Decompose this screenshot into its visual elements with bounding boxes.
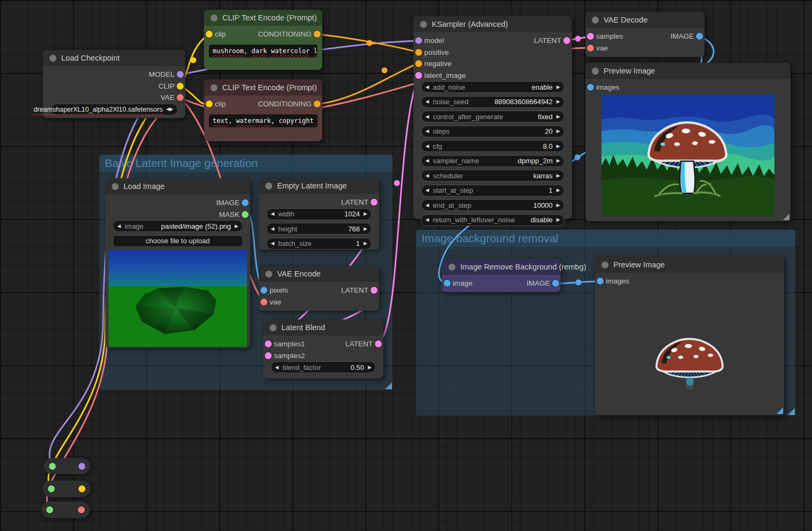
end_at_step-increment-arrow[interactable]: ▶ (556, 203, 560, 208)
reroute-vae-collapsed-node[interactable] (41, 501, 90, 518)
ksampler-return_with_leftover_noise-widget[interactable]: ◀return_with_leftover_noisedisable▶ (421, 214, 564, 226)
vae-decode-collapse-dot[interactable] (592, 17, 599, 24)
reroute-vae-collapsed-input-dot[interactable] (46, 506, 53, 513)
rembg-collapse-dot[interactable] (448, 264, 455, 271)
preview-image-2-collapse-dot[interactable] (601, 261, 608, 268)
return_with_leftover_noise-decrement-arrow[interactable]: ◀ (425, 217, 429, 222)
reroute-model-collapsed-node[interactable] (44, 458, 90, 474)
rembg-node[interactable]: Image Remove Background (rembg)imageIMAG… (442, 259, 561, 292)
load-checkpoint-ckpt_name-widget[interactable]: ◀dreamshaperXL10_alpha2Xl10.safetensors▶ (50, 104, 178, 115)
ckpt_name-increment-arrow[interactable]: ▶ (170, 107, 173, 112)
blend_factor-increment-arrow[interactable]: ▶ (368, 365, 372, 370)
load-checkpoint-node[interactable]: Load CheckpointMODELCLIPVAE◀dreamshaperX… (43, 50, 185, 118)
cfg-increment-arrow[interactable]: ▶ (556, 144, 560, 149)
vae-decode-output-IMAGE-slot[interactable] (696, 33, 703, 40)
latent-blend-blend_factor-widget[interactable]: ◀blend_factor0.50▶ (271, 361, 376, 373)
sampler_name-increment-arrow[interactable]: ▶ (556, 158, 560, 163)
steps-increment-arrow[interactable]: ▶ (556, 129, 560, 134)
load-image-output-IMAGE-slot[interactable] (242, 199, 249, 206)
vae-encode-collapse-dot[interactable] (265, 271, 272, 278)
cfg-decrement-arrow[interactable]: ◀ (425, 144, 429, 149)
vae-decode-input-samples-slot[interactable] (587, 33, 594, 40)
return_with_leftover_noise-increment-arrow[interactable]: ▶ (556, 217, 560, 222)
load-checkpoint-output-VAE-slot[interactable] (177, 94, 184, 101)
empty-latent-node[interactable]: Empty Latent ImageLATENT◀width1024▶◀heig… (259, 178, 379, 250)
vae-encode-output-LATENT-slot[interactable] (371, 287, 378, 294)
load-image-title-bar[interactable]: Load Image (105, 178, 250, 194)
clip-positive-collapse-dot[interactable] (211, 14, 218, 21)
scheduler-increment-arrow[interactable]: ▶ (556, 173, 560, 178)
vae-encode-input-pixels-slot[interactable] (260, 287, 267, 294)
rembg-input-image-slot[interactable] (444, 280, 451, 287)
load-image-node[interactable]: Load ImageIMAGEMASK◀imagepasted/image (5… (105, 178, 250, 348)
ksampler-input-model-slot[interactable] (415, 37, 422, 44)
clip-negative-input-clip-slot[interactable] (206, 100, 213, 107)
height-increment-arrow[interactable]: ▶ (364, 227, 367, 231)
vae-encode-input-vae-slot[interactable] (260, 299, 267, 305)
clip-negative-prompt-textarea[interactable]: text, watermark, copyright (209, 114, 317, 127)
reroute-clip-collapsed-input-dot[interactable] (48, 485, 55, 492)
steps-decrement-arrow[interactable]: ◀ (425, 129, 429, 134)
ksampler-sampler_name-widget[interactable]: ◀sampler_namedpmpp_2m▶ (421, 155, 564, 167)
reroute-clip-collapsed-node[interactable] (43, 481, 90, 497)
empty-latent-collapse-dot[interactable] (265, 183, 272, 190)
empty-latent-output-LATENT-slot[interactable] (371, 199, 378, 206)
clip-negative-output-CONDITIONING-slot[interactable] (314, 100, 321, 107)
ksampler-input-negative-slot[interactable] (415, 60, 422, 67)
reroute-clip-output-dot[interactable] (78, 485, 85, 492)
noise_seed-decrement-arrow[interactable]: ◀ (425, 99, 429, 104)
preview-image-1-collapse-dot[interactable] (592, 68, 599, 75)
vae-decode-input-vae-slot[interactable] (587, 45, 594, 52)
empty-latent-title-bar[interactable]: Empty Latent Image (259, 178, 379, 194)
ksampler-collapse-dot[interactable] (420, 21, 427, 28)
clip-negative-node[interactable]: CLIP Text Encode (Prompt)clipCONDITIONIN… (204, 79, 322, 141)
end_at_step-decrement-arrow[interactable]: ◀ (425, 203, 429, 208)
rembg-title-bar[interactable]: Image Remove Background (rembg) (442, 259, 561, 275)
empty-latent-height-widget[interactable]: ◀height768▶ (266, 223, 372, 235)
load-image-image-widget[interactable]: ◀imagepasted/image (52).png▶ (113, 220, 243, 232)
node-graph-canvas[interactable]: Basic Latent Image generationImage backg… (0, 0, 812, 531)
load-checkpoint-output-CLIP-slot[interactable] (177, 83, 184, 90)
preview-image-1-input-images-slot[interactable] (587, 84, 594, 91)
latent-blend-input-samples1-slot[interactable] (265, 340, 272, 347)
ksampler-steps-widget[interactable]: ◀steps20▶ (421, 126, 564, 137)
latent-blend-output-LATENT-slot[interactable] (375, 340, 382, 347)
vae-encode-node[interactable]: VAE EncodepixelsLATENTvae (259, 266, 379, 311)
ksampler-scheduler-widget[interactable]: ◀schedulerkarras▶ (421, 170, 564, 181)
load-checkpoint-output-MODEL-slot[interactable] (177, 71, 184, 78)
clip-positive-output-CONDITIONING-slot[interactable] (314, 31, 321, 38)
reroute-model-collapsed-input-dot[interactable] (49, 463, 56, 470)
batch_size-increment-arrow[interactable]: ▶ (364, 241, 367, 246)
rembg-output-IMAGE-slot[interactable] (552, 280, 559, 287)
batch_size-decrement-arrow[interactable]: ◀ (271, 241, 274, 246)
ksampler-control_after_generate-widget[interactable]: ◀control_after_generatefixed▶ (421, 111, 564, 122)
control_after_generate-decrement-arrow[interactable]: ◀ (425, 114, 429, 119)
load-image-collapse-dot[interactable] (112, 183, 119, 190)
image-decrement-arrow[interactable]: ◀ (117, 224, 121, 229)
clip-positive-node[interactable]: CLIP Text Encode (Prompt)clipCONDITIONIN… (204, 10, 322, 70)
clip-positive-input-clip-slot[interactable] (206, 31, 213, 38)
control_after_generate-increment-arrow[interactable]: ▶ (556, 114, 560, 119)
latent-blend-title-bar[interactable]: Latent Blend (263, 319, 383, 336)
preview-image-1-node[interactable]: Preview Imageimages (585, 63, 791, 221)
ksampler-cfg-widget[interactable]: ◀cfg8.0▶ (421, 140, 564, 152)
reroute-vae-output-dot[interactable] (78, 506, 85, 513)
basic-latent-group-header[interactable]: Basic Latent Image generation (99, 155, 393, 172)
basic-latent-resize-handle[interactable] (385, 382, 392, 389)
vae-decode-node[interactable]: VAE DecodesamplesIMAGEvae (585, 12, 705, 57)
width-decrement-arrow[interactable]: ◀ (271, 212, 274, 216)
vae-decode-title-bar[interactable]: VAE Decode (585, 12, 705, 28)
empty-latent-width-widget[interactable]: ◀width1024▶ (266, 208, 372, 220)
clip-positive-prompt-textarea[interactable]: mushroom, dark watercolor lineart (209, 45, 317, 57)
load-image-output-MASK-slot[interactable] (242, 211, 249, 218)
ksampler-output-LATENT-slot[interactable] (563, 37, 570, 44)
bg-removal-group-header[interactable]: Image background removal (416, 230, 795, 247)
height-decrement-arrow[interactable]: ◀ (271, 227, 274, 231)
ksampler-add_noise-widget[interactable]: ◀add_noiseenable▶ (421, 81, 564, 93)
noise_seed-increment-arrow[interactable]: ▶ (556, 99, 560, 104)
empty-latent-batch_size-widget[interactable]: ◀batch_size1▶ (266, 238, 372, 250)
sampler_name-decrement-arrow[interactable]: ◀ (425, 158, 429, 163)
clip-negative-title-bar[interactable]: CLIP Text Encode (Prompt) (204, 79, 322, 96)
preview-image-1-resize-handle[interactable] (783, 214, 789, 220)
load-image-upload-button[interactable]: choose file to upload (113, 235, 243, 247)
